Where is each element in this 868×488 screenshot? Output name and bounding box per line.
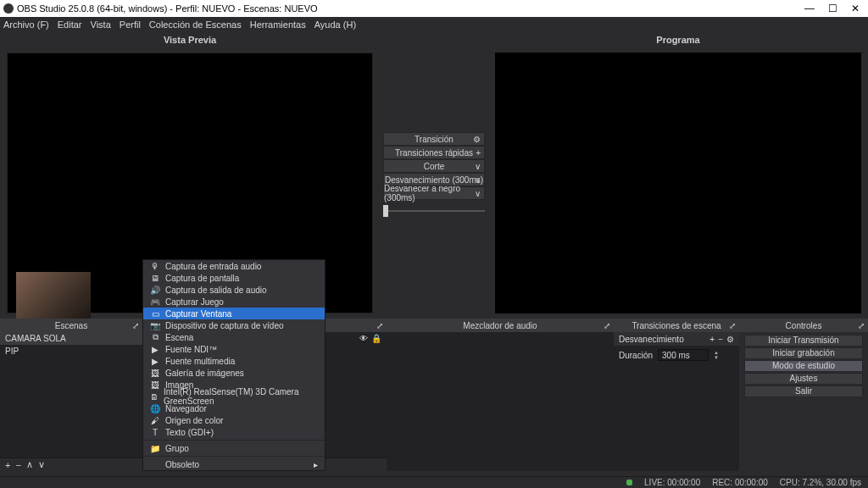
source-type-icon: ⧉ (150, 332, 160, 342)
source-type-icon: ▭ (150, 309, 160, 319)
maximize-button[interactable]: ☐ (828, 3, 837, 14)
source-type-icon: T (150, 428, 160, 437)
menu-item-label: Origen de color (165, 416, 223, 425)
remove-scene-button[interactable]: − (15, 460, 20, 470)
gear-icon[interactable]: ⚙ (473, 135, 481, 144)
popout-icon[interactable]: ⤢ (376, 321, 383, 330)
menu-item[interactable]: 🗎Intel(R) RealSense(TM) 3D Camera GreenS… (143, 391, 325, 402)
window-titlebar: OBS Studio 25.0.8 (64-bit, windows) - Pe… (0, 0, 868, 17)
menu-item[interactable]: ▭Capturar Ventana (143, 308, 325, 319)
quick-trans-fadeblack[interactable]: Desvanecer a negro (300ms) ∨ (383, 186, 485, 200)
status-dot-icon (626, 480, 632, 485)
transitions-body: Desvanecimiento +−⚙ Duración ▲▼ (614, 332, 739, 471)
menu-item-label: Navegador (165, 404, 207, 413)
menu-item[interactable]: 📷Dispositivo de captura de vídeo (143, 319, 325, 331)
minimize-button[interactable]: — (804, 3, 815, 14)
menu-item[interactable]: 🎙Captura de entrada audio (143, 260, 325, 272)
menu-item-label: Capturar Juego (165, 297, 224, 307)
plus-icon[interactable]: + (709, 335, 715, 344)
menu-item-obsolete[interactable]: Obsoleto ▸ (143, 458, 325, 470)
source-type-icon: ▶ (150, 357, 160, 366)
live-status: LIVE: 00:00:00 (644, 478, 700, 487)
transitions-panel: Transiciones de escena ⤢ Desvanecimiento… (614, 319, 739, 471)
menu-item-label: Galería de imágenes (165, 369, 244, 378)
menu-item[interactable]: 🔊Captura de salida de audio (143, 284, 325, 296)
main-area: Vista Previa Transición ⚙ Transiciones r… (0, 32, 868, 319)
menu-profile[interactable]: Perfil (120, 19, 141, 30)
source-type-icon: 📷 (150, 321, 160, 330)
menu-item-label: Texto (GDI+) (165, 428, 214, 437)
lock-icon[interactable]: 🔒 (371, 334, 381, 343)
duration-input[interactable] (658, 349, 709, 361)
menu-item[interactable]: 🖥Captura de pantalla (143, 272, 325, 284)
quick-trans-cut[interactable]: Corte ∨ (383, 159, 485, 173)
menu-item-group[interactable]: 📁 Grupo (143, 442, 325, 454)
gear-icon[interactable]: ⚙ (726, 335, 734, 344)
menu-item-label: Captura de pantalla (165, 274, 239, 283)
menu-item[interactable]: ⧉Escena (143, 331, 325, 343)
quick-transitions-label: Transiciones rápidas + (383, 146, 485, 159)
source-type-icon: 🖌 (150, 416, 160, 425)
transition-column: Transición ⚙ Transiciones rápidas + Cort… (380, 32, 488, 319)
menu-item[interactable]: ▶Fuente NDI™ (143, 343, 325, 355)
menu-item[interactable]: 🖼Galería de imágenes (143, 367, 325, 379)
duration-label: Duración (619, 351, 653, 360)
transition-button[interactable]: Transición ⚙ (383, 132, 485, 146)
transition-label: Transición (415, 135, 453, 144)
submenu-arrow-icon: ▸ (314, 460, 318, 469)
plus-icon[interactable]: + (476, 148, 481, 158)
start-record-button[interactable]: Iniciar grabación (744, 347, 863, 359)
source-type-icon: 🌐 (150, 404, 160, 413)
preview-header: Vista Previa (0, 32, 380, 47)
add-scene-button[interactable]: + (5, 460, 10, 470)
exit-button[interactable]: Salir (744, 385, 863, 397)
scenes-list[interactable]: CAMARA SOLA PIP (0, 332, 142, 458)
tbar-slider[interactable] (383, 205, 485, 217)
studio-mode-button[interactable]: Modo de estudio (744, 360, 863, 372)
spinner[interactable]: ▲▼ (714, 350, 719, 360)
popout-icon[interactable]: ⤢ (604, 321, 610, 330)
controls-body: Iniciar Transmisión Iniciar grabación Mo… (739, 332, 868, 471)
source-type-icon: 🎮 (150, 297, 160, 307)
settings-button[interactable]: Ajustes (744, 373, 863, 385)
source-type-icon: 🖥 (150, 274, 160, 283)
controls-header: Controles ⤢ (739, 319, 868, 332)
menu-scene-collection[interactable]: Colección de Escenas (149, 19, 242, 30)
statusbar: LIVE: 00:00:00 REC: 00:00:00 CPU: 7.2%, … (0, 476, 868, 488)
separator (143, 440, 325, 441)
menu-item[interactable]: 🖌Origen de color (143, 414, 325, 426)
popout-icon[interactable]: ⤢ (132, 321, 139, 330)
source-type-icon: 🗎 (150, 392, 159, 402)
menu-tools[interactable]: Herramientas (250, 19, 306, 30)
slider-track (388, 210, 485, 212)
menu-item[interactable]: 🎮Capturar Juego (143, 296, 325, 308)
program-header: Programa (488, 32, 868, 47)
menu-file[interactable]: Archivo (F) (3, 19, 49, 30)
scene-item[interactable]: PIP (0, 345, 142, 358)
popout-icon[interactable]: ⤢ (729, 321, 736, 330)
menu-help[interactable]: Ayuda (H) (314, 19, 356, 30)
menu-edit[interactable]: Editar (58, 19, 82, 30)
menu-view[interactable]: Vista (91, 19, 111, 30)
popout-icon[interactable]: ⤢ (858, 321, 865, 330)
scene-item[interactable]: CAMARA SOLA (0, 332, 142, 345)
menu-item[interactable]: ▶Fuente multimedia (143, 355, 325, 367)
eye-icon[interactable]: 👁 (359, 334, 368, 343)
source-type-icon: 🖼 (150, 369, 160, 378)
start-stream-button[interactable]: Iniciar Transmisión (744, 335, 863, 347)
transition-select[interactable]: Desvanecimiento +−⚙ (614, 332, 739, 346)
close-button[interactable]: ✕ (851, 3, 860, 14)
menu-item[interactable]: TTexto (GDI+) (143, 426, 325, 438)
chevron-down-icon: ∨ (475, 175, 481, 185)
source-type-icon: 🔊 (150, 286, 160, 295)
duration-row: Duración ▲▼ (614, 346, 739, 364)
minus-icon[interactable]: − (718, 335, 723, 344)
separator (143, 456, 325, 457)
controls-panel: Controles ⤢ Iniciar Transmisión Iniciar … (739, 319, 868, 471)
source-type-icon: ▶ (150, 345, 160, 354)
mixer-panel: Mezclador de audio ⤢ (387, 319, 614, 471)
scenes-toolbar: + − ∧ ∨ (0, 458, 142, 471)
program-canvas[interactable] (495, 53, 861, 313)
move-up-button[interactable]: ∧ (26, 459, 33, 470)
move-down-button[interactable]: ∨ (38, 459, 45, 470)
